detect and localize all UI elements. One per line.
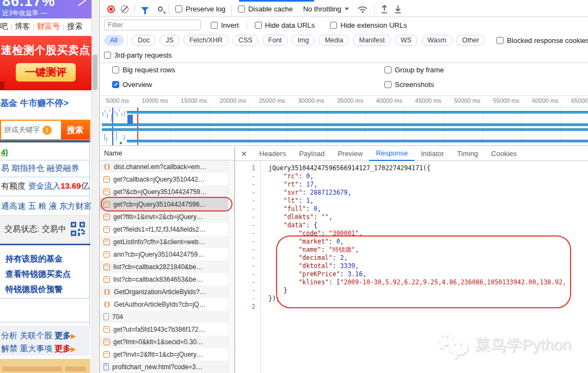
faded-text: [65, 366, 86, 371]
request-name: 704: [112, 313, 123, 321]
table-row[interactable]: {}GetOrganizationArticleByIds?…: [100, 285, 234, 298]
nav-item-1[interactable]: 博客: [15, 22, 30, 32]
table-row[interactable]: 704: [100, 310, 234, 323]
stock-ad-banner[interactable]: 速检测个股买卖点 一键测评: [0, 36, 91, 90]
request-name: profitchart_new.html?code=3…: [112, 363, 203, 371]
ruler-label: 60000 ms: [523, 97, 559, 104]
request-list-scrollbar[interactable]: [228, 160, 234, 373]
screenshots-checkbox[interactable]: [384, 81, 391, 88]
xhr-file-icon: [103, 276, 110, 283]
third-party-requests-checkbox[interactable]: [104, 52, 111, 59]
stock-link-1[interactable]: 查看特锐德买卖点: [5, 266, 91, 282]
chip-manifest[interactable]: Manifest: [353, 35, 390, 46]
record-network-log-icon[interactable]: [107, 5, 115, 13]
table-row[interactable]: getListInfo?cfh=1&client=web…: [100, 235, 234, 248]
chip-other[interactable]: Other: [456, 35, 485, 46]
hot-stocks-row[interactable]: 通高速 五 粮 液 东方财富: [1, 201, 90, 212]
chip-js[interactable]: JS: [160, 35, 180, 46]
overview-green-marker: [120, 142, 122, 144]
tab-initiator[interactable]: Initiator: [414, 147, 451, 161]
chip-fetchxhr[interactable]: Fetch/XHR: [183, 35, 229, 46]
tab-preview[interactable]: Preview: [331, 147, 369, 161]
ad-cta-button[interactable]: 一键测评: [16, 63, 76, 82]
tab-headers[interactable]: Headers: [253, 147, 292, 161]
throttling-value: No throttling: [303, 5, 341, 13]
chip-wasm[interactable]: Wasm: [421, 35, 452, 46]
close-icon[interactable]: ✕: [235, 150, 253, 158]
activity-speck: [114, 110, 115, 114]
market-links-row[interactable]: 易 期指持仓 融资融券: [1, 163, 90, 173]
chip-doc[interactable]: Doc: [132, 35, 156, 46]
table-row[interactable]: get?lmt=0&klt=1&secid=0.30…: [100, 335, 234, 348]
nav-item-2[interactable]: 财富号: [37, 22, 60, 32]
import-har-icon[interactable]: [381, 5, 388, 14]
group-by-frame-checkbox[interactable]: [384, 66, 391, 73]
chip-all[interactable]: All: [104, 35, 124, 46]
table-row[interactable]: get?fltt=1&invt=2&cb=jQuery…: [100, 210, 234, 223]
more-link[interactable]: 更多: [54, 331, 71, 340]
fund-promo-link[interactable]: 基金 牛市赚不停>: [0, 98, 91, 109]
table-row[interactable]: ann?cb=jQuery35104424759…: [100, 248, 234, 260]
filter-input[interactable]: [104, 20, 201, 30]
chip-img[interactable]: Img: [292, 35, 315, 46]
overview-checkbox[interactable]: [112, 81, 119, 88]
chip-font[interactable]: Font: [262, 35, 288, 46]
line-number: -: [235, 172, 260, 181]
nav-item-0[interactable]: 吧: [0, 22, 8, 32]
hide-data-urls-checkbox[interactable]: [255, 22, 262, 29]
search-placeholder[interactable]: 拼或关键字: [1, 125, 40, 135]
tab-timing[interactable]: Timing: [451, 147, 485, 161]
table-row[interactable]: {}GetAuthorArticleByIds?cb=jQ…: [100, 298, 234, 310]
page-scrollbar-thumb[interactable]: [93, 54, 97, 90]
fund-return-banner[interactable]: 86.17% 近3年收益率 —: [0, 0, 91, 18]
ruler-label: 40000 ms: [366, 97, 402, 104]
qr-code-icon[interactable]: [71, 222, 85, 236]
third-party-requests-label: 3rd-party requests: [114, 51, 172, 59]
export-har-icon[interactable]: [394, 5, 402, 14]
tab-cookies[interactable]: Cookies: [485, 147, 523, 161]
name-column-header[interactable]: Name: [100, 147, 234, 160]
analysis-links-text[interactable]: 分析 关联个股: [1, 331, 54, 340]
table-row[interactable]: {}dist.channel.em?callback=em…: [100, 160, 234, 173]
activity-speck: [121, 113, 122, 116]
code-line: "name": "特锐德",: [268, 246, 588, 254]
tab-response[interactable]: Response: [369, 147, 414, 161]
preserve-log-checkbox[interactable]: [175, 5, 182, 13]
code-line: [268, 303, 588, 311]
network-overview-timeline[interactable]: 5000 ms10000 ms15000 ms20000 ms25000 ms3…: [100, 95, 588, 146]
table-row[interactable]: list?cb=callback2821840&be…: [100, 260, 234, 273]
chip-ws[interactable]: WS: [395, 35, 418, 46]
table-row[interactable]: list?cb=callback8364653&be…: [100, 273, 234, 285]
table-row[interactable]: get?&cb=jQuery35104424759…: [100, 185, 234, 198]
blocked-response-cookies-checkbox[interactable]: [497, 37, 504, 44]
big-request-rows-checkbox[interactable]: [112, 66, 119, 73]
divider: [0, 196, 89, 196]
table-row[interactable]: profitchart_new.html?code=3…: [100, 360, 234, 373]
disable-cache-checkbox[interactable]: [238, 5, 245, 13]
ad-footer-box[interactable]: [0, 359, 90, 373]
filter-icon[interactable]: [141, 7, 149, 11]
capital-inflow-link[interactable]: 资金流入: [28, 181, 60, 190]
clear-network-log-icon[interactable]: [121, 5, 128, 13]
search-button[interactable]: 搜索: [61, 121, 89, 139]
throttling-dropdown[interactable]: No throttling: [303, 5, 349, 13]
table-row[interactable]: get?fields1=f1,f2,f3,f4&fields2…: [100, 223, 234, 235]
table-row[interactable]: get?callback=jQuery3510442…: [100, 173, 234, 185]
stock-link-2[interactable]: 特锐德股价预警: [5, 282, 91, 297]
table-row[interactable]: get?cb=jQuery351044247596…: [100, 198, 234, 210]
network-conditions-icon[interactable]: [357, 5, 368, 14]
invert-checkbox[interactable]: [211, 22, 218, 29]
table-row[interactable]: get?ut=fa5fd1943c7b386f172…: [100, 323, 234, 335]
more-link[interactable]: 更多: [54, 344, 71, 353]
analysis-links-text[interactable]: 解禁 重大事项: [1, 344, 54, 353]
domcontentloaded-marker: [112, 108, 113, 145]
ruler-label: 50000 ms: [444, 97, 480, 104]
table-row[interactable]: get?invt=2&fltt=1&cb=jQuery…: [100, 348, 234, 360]
search-icon[interactable]: [158, 7, 163, 11]
stock-link-0[interactable]: 持有该股的基金: [5, 251, 91, 266]
nav-item-3[interactable]: 搜索: [67, 22, 82, 32]
hide-extension-urls-checkbox[interactable]: [330, 22, 337, 29]
chip-css[interactable]: CSS: [232, 35, 259, 46]
tab-payload[interactable]: Payload: [292, 147, 331, 161]
chip-media[interactable]: Media: [318, 35, 349, 46]
